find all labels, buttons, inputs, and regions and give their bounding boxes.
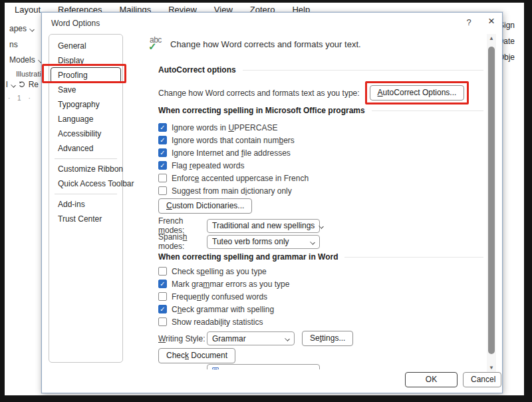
proofing-page-content: abc ✓ Change how Word corrects and forma…	[148, 33, 485, 369]
scroll-down-arrow[interactable]: ▼	[487, 363, 496, 373]
checkbox-checked[interactable]: ✓	[158, 305, 167, 313]
checkbox-label: Check grammar with spelling	[172, 305, 274, 314]
writing-style-label: Writing Style:	[158, 334, 207, 343]
checkbox-unchecked[interactable]	[158, 174, 167, 182]
scroll-up-arrow[interactable]: ▲	[487, 34, 496, 43]
sidebar-item-typography[interactable]: Typography	[49, 97, 122, 112]
checkbox-label: Suggest from main dictionary only	[172, 186, 292, 196]
checkbox-unchecked[interactable]	[158, 186, 167, 195]
checkbox-label: Ignore words in UPPERCASE	[172, 123, 277, 132]
divider	[243, 70, 483, 71]
sidebar-item-accessibility[interactable]: Accessibility	[49, 126, 122, 141]
exceptions-select-partial[interactable]	[207, 364, 320, 369]
checkbox-label: Ignore words that contain numbers	[172, 136, 295, 145]
checkbox-row[interactable]: Frequently confused words	[158, 290, 267, 303]
section-heading-office-spelling: When correcting spelling in Microsoft Of…	[158, 106, 483, 115]
checkbox-row[interactable]: Show readability statistics	[158, 315, 263, 328]
intro-text: Change how Word corrects and formats you…	[170, 39, 361, 49]
sidebar-item-add-ins[interactable]: Add-ins	[49, 197, 122, 212]
sidebar-item-general[interactable]: General	[49, 39, 122, 53]
checkbox-row[interactable]: ✓Mark grammar errors as you type	[158, 278, 289, 290]
sidebar-item-trust-center[interactable]: Trust Center	[49, 212, 122, 226]
menu-tab-layout[interactable]: Layout	[15, 5, 41, 15]
checkbox-label: Flag repeated words	[172, 161, 244, 170]
icons-label: ns	[9, 40, 18, 49]
check-document-row: Check Document	[158, 348, 235, 363]
sidebar-item-display[interactable]: Display	[49, 53, 122, 68]
divider	[344, 257, 483, 258]
writing-style-row: Writing Style: Grammar Settings...	[158, 331, 353, 346]
autocorrect-row-label: Change how Word corrects and formats tex…	[158, 89, 360, 98]
chevron-down-icon	[11, 83, 15, 87]
checkbox-row[interactable]: Enforce accented uppercase in French	[158, 172, 309, 184]
sidebar-item-quick-access-toolbar[interactable]: Quick Access Toolbar	[49, 176, 122, 191]
checkbox-label: Ignore Internet and file addresses	[172, 148, 291, 158]
repeat-label: Re	[29, 80, 39, 89]
checkbox-checked[interactable]: ✓	[158, 123, 167, 132]
spanish-modes-row: Spanish modes: Tuteo verb forms only	[158, 232, 320, 251]
checkbox-checked[interactable]: ✓	[158, 136, 167, 144]
writing-style-select[interactable]: Grammar	[207, 331, 295, 345]
scrollbar-thumb[interactable]	[488, 47, 495, 354]
checkbox-unchecked[interactable]	[158, 267, 167, 276]
checkbox-unchecked[interactable]	[158, 292, 167, 301]
icons-button[interactable]: ns	[9, 40, 18, 49]
sidebar-item-advanced[interactable]: Advanced	[49, 141, 122, 156]
sidebar-item-language[interactable]: Language	[49, 112, 122, 126]
models-label: Models	[9, 55, 35, 65]
checkbox-row[interactable]: ✓Check grammar with spelling	[158, 303, 274, 315]
ribbon-row-fragment[interactable]: l Re	[6, 80, 39, 89]
settings-button[interactable]: Settings...	[302, 331, 353, 346]
ok-button[interactable]: OK	[405, 372, 458, 387]
annotation-box-autocorrect: AutoCorrect Options...	[365, 81, 469, 104]
checkbox-label: Mark grammar errors as you type	[172, 280, 289, 289]
sidebar-item-save[interactable]: Save	[49, 83, 122, 97]
autocorrect-options-button[interactable]: AutoCorrect Options...	[370, 85, 465, 100]
help-button[interactable]: ?	[463, 17, 475, 27]
checkbox-label: Check spelling as you type	[172, 267, 267, 276]
page-intro: abc ✓ Change how Word corrects and forma…	[148, 35, 361, 53]
dialog-title: Word Options	[51, 19, 100, 28]
cancel-button[interactable]: Cancel	[463, 372, 501, 387]
checkbox-row[interactable]: ✓Ignore words that contain numbers	[158, 134, 295, 146]
word-options-dialog: Word Options ? × GeneralDisplayProofingS…	[41, 12, 503, 393]
custom-dictionaries-button[interactable]: Custom Dictionaries...	[158, 198, 252, 214]
checkbox-row[interactable]: Suggest from main dictionary only	[158, 184, 292, 197]
clipped-row	[207, 364, 320, 369]
close-button[interactable]: ×	[485, 15, 498, 28]
content-scrollbar[interactable]: ▲ ▼	[487, 34, 496, 373]
checkbox-checked[interactable]: ✓	[158, 148, 167, 157]
screen-frame: LayoutReferencesMailingsReviewViewZotero…	[0, 0, 532, 402]
section-heading-autocorrect: AutoCorrect options	[158, 65, 483, 75]
checkbox-row[interactable]: ✓Ignore Internet and file addresses	[158, 146, 291, 159]
sidebar-divider	[55, 194, 117, 194]
french-modes-select[interactable]: Traditional and new spellings	[207, 219, 320, 233]
autocorrect-row: Change how Word corrects and formats tex…	[158, 81, 469, 104]
spanish-modes-label: Spanish modes:	[158, 232, 207, 251]
checkbox-checked[interactable]: ✓	[158, 161, 167, 170]
spanish-modes-select[interactable]: Tuteo verb forms only	[207, 235, 320, 249]
models-button[interactable]: Models	[9, 55, 43, 65]
chevron-down-icon	[29, 27, 34, 31]
checkbox-row[interactable]: ✓Ignore words in UPPERCASE	[158, 121, 277, 134]
refresh-icon	[18, 81, 26, 89]
check-document-button[interactable]: Check Document	[158, 348, 235, 363]
shapes-label: apes	[9, 24, 27, 33]
shapes-button[interactable]: apes	[9, 24, 34, 33]
checkbox-checked[interactable]: ✓	[158, 280, 167, 288]
options-sidebar: GeneralDisplayProofingSaveTypographyLang…	[49, 34, 123, 363]
section-heading-word-grammar: When correcting spelling and grammar in …	[158, 252, 483, 262]
checkbox-label: Show readability statistics	[172, 317, 263, 327]
document-icon	[212, 367, 219, 370]
fragment-label: l	[6, 80, 8, 89]
checkbox-row[interactable]: Check spelling as you type	[158, 265, 267, 278]
checkbox-unchecked[interactable]	[158, 317, 167, 326]
chevron-down-icon	[285, 336, 289, 341]
ruler: · 1 ·	[8, 95, 33, 102]
sidebar-item-proofing[interactable]: Proofing	[51, 68, 120, 83]
checkbox-label: Frequently confused words	[172, 292, 267, 302]
checkbox-row[interactable]: ✓Flag repeated words	[158, 159, 244, 172]
chevron-down-icon	[310, 240, 315, 244]
sidebar-item-customize-ribbon[interactable]: Customize Ribbon	[49, 162, 122, 176]
checkbox-label: Enforce accented uppercase in French	[172, 174, 309, 183]
